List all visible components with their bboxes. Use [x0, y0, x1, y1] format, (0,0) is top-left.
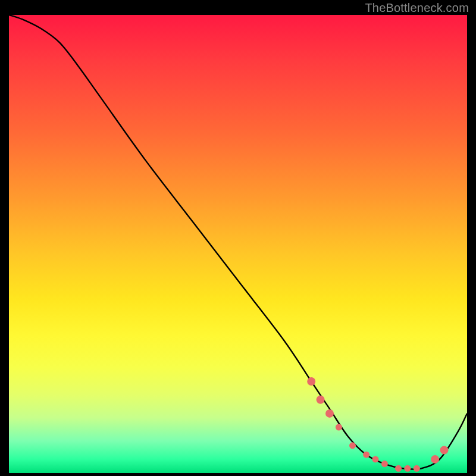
curve-dot [336, 424, 342, 431]
chart-frame: TheBottleneck.com [0, 0, 476, 476]
watermark-text: TheBottleneck.com [365, 1, 469, 15]
curve-dot [395, 465, 402, 472]
curve-dot [325, 409, 334, 418]
curve-svg [9, 15, 467, 473]
curve-dot [349, 442, 356, 449]
curve-dot [363, 452, 369, 458]
curve-dot [372, 456, 379, 462]
curve-dot [307, 377, 315, 386]
curve-dots-group [307, 377, 448, 472]
plot-area [9, 15, 467, 473]
curve-dot [381, 461, 388, 467]
curve-dot [431, 455, 439, 464]
curve-dot [414, 465, 420, 472]
curve-dot [317, 396, 325, 404]
curve-dot [404, 465, 411, 472]
curve-dot [440, 446, 449, 455]
bottleneck-curve [9, 15, 467, 469]
